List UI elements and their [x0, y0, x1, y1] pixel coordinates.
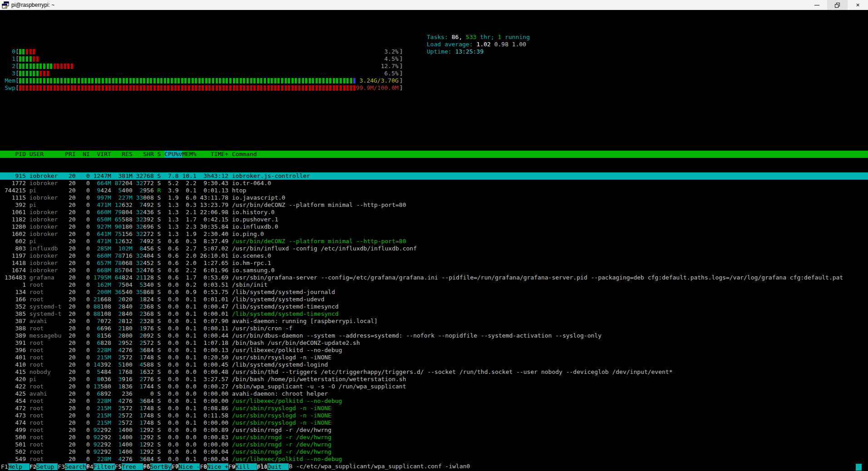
process-row-425[interactable]: 425 avahi 20 0 6892 236 0 S 0.0 0.0 0:00…: [0, 390, 868, 397]
memory-meter: Mem[3.24G/3.70G]: [5, 77, 868, 84]
process-row-474[interactable]: 474 root 20 0 215M 2572 1748 S 0.0 0.1 0…: [0, 419, 868, 427]
process-row-602[interactable]: 602 pi 20 0 471M 12632 7492 S 0.6 0.3 8:…: [0, 238, 868, 245]
fkey-tree[interactable]: F5Tree: [115, 463, 143, 470]
column-header-shr[interactable]: SHR: [136, 151, 154, 157]
fkey-help[interactable]: F1Help: [1, 463, 30, 470]
process-row-1197[interactable]: 1197 iobroker 20 0 660M 78716 32404 S 0.…: [0, 252, 868, 260]
window-title: pi@raspberrypi: ~: [11, 2, 807, 8]
fkey-kill[interactable]: F9Kill: [228, 463, 257, 470]
process-row-1061[interactable]: 1061 iobroker 20 0 660M 79804 32436 S 1.…: [0, 209, 868, 216]
process-row-499[interactable]: 499 root 20 0 92292 1400 1292 S 0.0 0.0 …: [0, 427, 868, 434]
minimize-icon: [814, 5, 819, 5]
process-row-1182[interactable]: 1182 iobroker 20 0 650M 65588 32392 S 1.…: [0, 216, 868, 223]
process-row-392[interactable]: 392 pi 20 0 471M 12632 7492 S 1.3 0.3 13…: [0, 201, 868, 209]
process-row-1115[interactable]: 1115 iobroker 20 0 997M 227M 33008 S 1.9…: [0, 194, 868, 201]
htop-terminal: 0[3.2%]1[4.5%]2[12.7%]3[6.5%]Mem[3.24G/3…: [0, 10, 868, 471]
fkey-filter[interactable]: F4Filter: [86, 463, 115, 470]
column-header-s[interactable]: S: [158, 151, 161, 157]
process-row-352[interactable]: 352 systemd-t 20 0 88108 2840 2368 S 0.0…: [0, 303, 868, 310]
process-row-500[interactable]: 500 root 20 0 92292 1400 1292 S 0.0 0.0 …: [0, 434, 868, 441]
process-row-472[interactable]: 472 root 20 0 215M 2572 1748 S 0.0 0.1 0…: [0, 405, 868, 412]
putty-icon: [2, 1, 9, 9]
meters-area: 0[3.2%]1[4.5%]2[12.7%]3[6.5%]Mem[3.24G/3…: [5, 34, 868, 113]
uptime-line: Uptime: 13:25:39: [427, 48, 530, 55]
fkey-sortby[interactable]: F6SortBy: [143, 463, 172, 470]
process-row-396[interactable]: 396 root 20 0 228M 4276 3684 S 0.0 0.1 0…: [0, 347, 868, 354]
function-key-bar: F1Help F2Setup F3SearchF4FilterF5Tree F6…: [0, 463, 868, 471]
window-controls: ×: [807, 0, 868, 10]
process-table-header: PID USER PRI NI VIRT RES SHR S CPU%▽MEM%…: [0, 151, 868, 158]
fkey-setup[interactable]: F2Setup: [30, 463, 58, 470]
titlebar: pi@raspberrypi: ~ ×: [0, 0, 868, 10]
process-row-387[interactable]: 387 avahi 20 0 7072 2812 2328 S 0.0 0.1 …: [0, 318, 868, 325]
process-row-389[interactable]: 389 messagebu 20 0 8156 2800 2092 S 0.0 …: [0, 332, 868, 339]
column-header-cpu[interactable]: CPU%▽: [164, 151, 182, 157]
process-row-1772[interactable]: 1772 iobroker 20 0 664M 87204 32772 S 5.…: [0, 180, 868, 187]
cpu1-meter: 1[4.5%]: [5, 55, 868, 63]
process-row-166[interactable]: 166 root 20 0 21668 2020 1824 S 0.0 0.1 …: [0, 296, 868, 303]
restore-button[interactable]: [827, 0, 848, 10]
column-header-ni[interactable]: NI: [79, 151, 89, 157]
process-row-1602[interactable]: 1602 iobroker 20 0 641M 75156 32272 S 1.…: [0, 231, 868, 238]
process-row-549[interactable]: 549 root 20 0 228M 4276 3684 S 0.0 0.1 0…: [0, 456, 868, 463]
cpu2-meter: 2[12.7%]: [5, 63, 868, 70]
column-header-virt[interactable]: VIRT: [94, 151, 111, 157]
process-row-744215[interactable]: 744215 pi 20 0 9424 5400 2956 R 3.9 0.1 …: [0, 187, 868, 194]
process-table: 915 iobroker 20 0 1247M 381M 32768 S 7.8…: [5, 172, 868, 471]
column-header-time[interactable]: TIME+: [200, 151, 229, 157]
process-row-391[interactable]: 391 root 20 0 6828 2952 2572 S 0.0 0.1 1…: [0, 339, 868, 347]
system-info: Tasks: 86, 533 thr; 1 runningLoad averag…: [427, 34, 530, 55]
fkey-nice-[interactable]: F7Nice -: [172, 463, 200, 470]
process-row-501[interactable]: 501 root 20 0 92292 1400 1292 S 0.0 0.0 …: [0, 441, 868, 448]
fkey-search[interactable]: F3Search: [58, 463, 86, 470]
process-row-420[interactable]: 420 pi 20 0 8036 3916 2776 S 0.0 0.1 3:2…: [0, 376, 868, 383]
process-row-410[interactable]: 410 root 20 0 14392 5100 4588 S 0.0 0.1 …: [0, 361, 868, 368]
swap-meter: Swp[99.9M/100.0M]: [5, 84, 868, 92]
close-button[interactable]: ×: [848, 0, 868, 10]
process-row-502[interactable]: 502 root 20 0 92292 1400 1292 S 0.0 0.0 …: [0, 448, 868, 456]
load-average-line: Load average: 1.02 0.98 1.00: [427, 41, 530, 48]
process-row-401[interactable]: 401 root 20 0 215M 2572 1748 S 0.0 0.1 0…: [0, 354, 868, 361]
terminal-cursor-block: [856, 464, 862, 471]
process-row-422[interactable]: 422 root 20 0 13580 1836 1744 S 0.0 0.0 …: [0, 383, 868, 390]
process-row-1[interactable]: 1 root 20 0 162M 7504 5340 S 0.0 0.2 0:0…: [0, 281, 868, 289]
column-header-command[interactable]: Command: [232, 151, 257, 157]
column-header-res[interactable]: RES: [115, 151, 133, 157]
process-row-134[interactable]: 134 root 20 0 200M 36540 35868 S 0.0 0.9…: [0, 289, 868, 296]
minimize-button[interactable]: [807, 0, 827, 10]
column-header-user[interactable]: USER: [30, 151, 61, 157]
column-header-mem[interactable]: MEM%: [182, 151, 196, 157]
close-icon: ×: [856, 2, 859, 8]
putty-window: pi@raspberrypi: ~ × 0[3.2%]1[4.5%]2[12.7…: [0, 0, 868, 471]
process-row-136483[interactable]: 136483 grafana 20 0 1795M 64824 21128 S …: [0, 274, 868, 281]
column-header-pri[interactable]: PRI: [65, 151, 75, 157]
process-row-473[interactable]: 473 root 20 0 215M 2572 1748 S 0.0 0.1 0…: [0, 412, 868, 419]
process-row-1280[interactable]: 1280 iobroker 20 0 927M 90180 32696 S 1.…: [0, 223, 868, 231]
fkey-quit[interactable]: F10Quit: [257, 463, 289, 470]
process-row-803[interactable]: 803 influxdb 20 0 285M 102M 8456 S 0.6 2…: [0, 245, 868, 252]
process-row-1674[interactable]: 1674 iobroker 20 0 668M 85704 32476 S 0.…: [0, 267, 868, 274]
process-row-388[interactable]: 388 root 20 0 6696 2180 1976 S 0.0 0.1 0…: [0, 325, 868, 332]
column-header-pid[interactable]: PID: [5, 151, 26, 157]
process-row-415[interactable]: 415 nobody 20 0 5484 1768 1632 S 0.0 0.0…: [0, 368, 868, 376]
tasks-line: Tasks: 86, 533 thr; 1 running: [427, 34, 530, 41]
fkey-nice-[interactable]: F8Nice +: [200, 463, 228, 470]
cpu3-meter: 3[6.5%]: [5, 70, 868, 77]
process-row-915[interactable]: 915 iobroker 20 0 1247M 381M 32768 S 7.8…: [0, 172, 868, 180]
process-row-385[interactable]: 385 systemd-t 20 0 88108 2840 2368 S 0.0…: [0, 310, 868, 318]
process-row-454[interactable]: 454 root 20 0 228M 4276 3684 S 0.0 0.1 0…: [0, 397, 868, 405]
process-row-1418[interactable]: 1418 iobroker 20 0 657M 78068 32452 S 0.…: [0, 260, 868, 267]
spacer: [5, 128, 868, 136]
restore-icon: [835, 3, 840, 8]
